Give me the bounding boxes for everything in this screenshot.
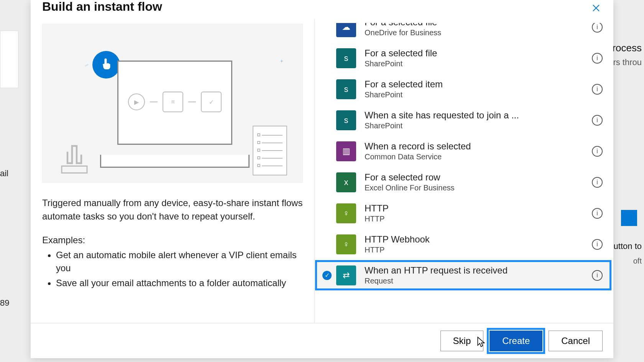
trigger-item[interactable]: ✓⇄When an HTTP request is receivedReques… <box>315 260 612 291</box>
notepad-icon <box>253 126 287 175</box>
onedrive-icon: ☁ <box>336 23 356 37</box>
create-button[interactable]: Create <box>490 331 542 351</box>
trigger-title: When an HTTP request is received <box>365 265 586 276</box>
trigger-title: HTTP Webhook <box>365 234 586 245</box>
document-icon: ≡ <box>163 92 183 112</box>
trigger-title: When a record is selected <box>365 141 586 152</box>
info-button[interactable]: i <box>592 115 603 126</box>
flow-description: Triggered manually from any device, easy… <box>42 197 303 223</box>
cds-icon: ▥ <box>336 141 356 161</box>
trigger-title: For a selected file <box>365 48 586 59</box>
trigger-title: When a site has requested to join a ... <box>365 110 586 121</box>
trigger-subtitle: HTTP <box>365 215 586 223</box>
examples-list: Get an automatic mobile alert whenever a… <box>42 249 303 290</box>
bg-text: ail <box>0 169 8 179</box>
flow-illustration: + ▶ ≡ ✓ <box>42 24 303 183</box>
info-button[interactable]: i <box>592 208 603 219</box>
trigger-subtitle: Common Data Service <box>365 152 586 161</box>
trigger-text: For a selected fileSharePoint <box>365 48 586 68</box>
info-icon: i <box>596 210 598 217</box>
bg-text: button to <box>609 241 642 251</box>
info-button[interactable]: i <box>592 239 603 250</box>
trigger-item[interactable]: ✓▥When a record is selectedCommon Data S… <box>315 136 612 167</box>
bg-text: oft <box>633 257 642 265</box>
info-icon: i <box>596 24 598 31</box>
bg-text: ers throu <box>608 57 642 67</box>
trigger-title: For a selected file <box>365 23 586 28</box>
laptop-icon: ▶ ≡ ✓ <box>100 61 250 168</box>
trigger-text: When a record is selectedCommon Data Ser… <box>365 141 586 161</box>
request-icon: ⇄ <box>336 265 356 285</box>
info-button[interactable]: i <box>592 23 603 33</box>
trigger-item[interactable]: ✓sWhen a site has requested to join a ..… <box>315 105 612 136</box>
trigger-item[interactable]: ✓☁For a selected fileOneDrive for Busine… <box>315 23 612 43</box>
sharepoint-icon: s <box>336 48 356 68</box>
sharepoint-icon: s <box>336 79 356 99</box>
info-button[interactable]: i <box>592 146 603 157</box>
left-panel: + ▶ ≡ ✓ <box>31 19 314 323</box>
trigger-subtitle: SharePoint <box>365 121 586 130</box>
trigger-subtitle: Excel Online For Business <box>365 183 586 192</box>
info-icon: i <box>596 86 598 93</box>
close-icon <box>591 3 601 13</box>
trigger-item[interactable]: ✓♀HTTP WebhookHTTPi <box>315 229 612 260</box>
sparkle-icon: + <box>280 58 283 64</box>
info-icon: i <box>596 241 598 248</box>
file-check-icon: ✓ <box>201 92 222 112</box>
info-button[interactable]: i <box>592 53 603 64</box>
info-icon: i <box>596 179 598 186</box>
trigger-title: For a selected row <box>365 172 586 183</box>
trigger-item[interactable]: ✓sFor a selected itemSharePointi <box>315 74 612 105</box>
info-icon: i <box>596 55 598 62</box>
example-item: Get an automatic mobile alert whenever a… <box>56 249 303 275</box>
bg-card <box>0 31 18 88</box>
info-button[interactable]: i <box>592 270 603 281</box>
trigger-text: For a selected itemSharePoint <box>365 79 586 99</box>
trigger-text: When an HTTP request is receivedRequest <box>365 265 586 285</box>
cactus-icon <box>56 140 90 175</box>
sharepoint-icon: s <box>336 110 356 130</box>
trigger-panel: ✓☁For a selected fileOneDrive for Busine… <box>314 19 613 323</box>
close-button[interactable] <box>590 2 602 14</box>
build-instant-flow-dialog: Build an instant flow + ▶ ≡ <box>31 0 613 358</box>
bg-tile <box>621 210 637 226</box>
info-icon: i <box>596 272 598 279</box>
trigger-item[interactable]: ✓♀HTTPHTTPi <box>315 198 612 229</box>
info-button[interactable]: i <box>592 84 603 95</box>
trigger-subtitle: HTTP <box>365 246 586 254</box>
trigger-item[interactable]: ✓xFor a selected rowExcel Online For Bus… <box>315 167 612 198</box>
trigger-text: For a selected rowExcel Online For Busin… <box>365 172 586 192</box>
example-item: Save all your email attachments to a fol… <box>56 277 303 290</box>
trigger-subtitle: OneDrive for Business <box>365 28 586 37</box>
dialog-title: Build an instant flow <box>42 0 162 13</box>
trigger-subtitle: SharePoint <box>365 90 586 99</box>
excel-icon: x <box>336 172 356 192</box>
trigger-subtitle: SharePoint <box>365 59 586 68</box>
svg-rect-0 <box>62 166 87 173</box>
trigger-subtitle: Request <box>365 277 586 285</box>
play-icon: ▶ <box>128 93 145 110</box>
trigger-text: When a site has requested to join a ...S… <box>365 110 586 130</box>
trigger-list[interactable]: ✓☁For a selected fileOneDrive for Busine… <box>315 23 613 320</box>
examples-label: Examples: <box>42 235 303 246</box>
trigger-title: For a selected item <box>365 79 586 90</box>
info-button[interactable]: i <box>592 177 603 188</box>
skip-button[interactable]: Skip <box>440 331 484 351</box>
trigger-title: HTTP <box>365 203 586 214</box>
trigger-text: HTTPHTTP <box>365 203 586 223</box>
cancel-button[interactable]: Cancel <box>549 331 603 351</box>
dialog-header: Build an instant flow <box>31 0 613 19</box>
http-icon: ♀ <box>336 234 356 254</box>
trigger-item[interactable]: ✓sFor a selected fileSharePointi <box>315 43 612 74</box>
dialog-footer: Skip Create Cancel <box>31 323 613 358</box>
dialog-body: + ▶ ≡ ✓ <box>31 19 613 323</box>
http-icon: ♀ <box>336 203 356 223</box>
info-icon: i <box>596 117 598 124</box>
info-icon: i <box>596 148 598 155</box>
bg-text: 89 <box>0 298 9 308</box>
selected-check-icon: ✓ <box>322 271 332 280</box>
trigger-text: HTTP WebhookHTTP <box>365 234 586 254</box>
trigger-text: For a selected fileOneDrive for Business <box>365 23 586 37</box>
